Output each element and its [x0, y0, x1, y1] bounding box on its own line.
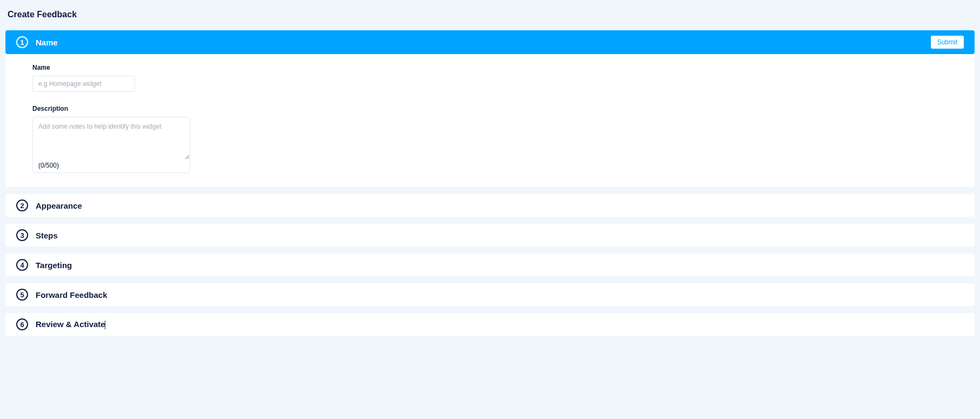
step-header-appearance[interactable]: 2 Appearance: [5, 194, 975, 217]
page-title: Create Feedback: [0, 0, 980, 30]
step-number-3: 3: [16, 229, 28, 241]
step-forward-container: 5 Forward Feedback: [5, 283, 975, 306]
description-box: (0/500): [32, 117, 190, 173]
step-title-review-text: Review & Activate: [36, 320, 105, 329]
name-field-group: Name: [32, 64, 953, 92]
name-input[interactable]: [32, 76, 135, 92]
step-header-targeting[interactable]: 4 Targeting: [5, 254, 975, 276]
step-number-4: 4: [16, 259, 28, 271]
step-title-steps: Steps: [36, 231, 58, 240]
step-header-forward[interactable]: 5 Forward Feedback: [5, 283, 975, 306]
step-number-2: 2: [16, 199, 28, 211]
step-body-name: Name Description (0/500): [5, 54, 975, 187]
step-header-steps[interactable]: 3 Steps: [5, 224, 975, 247]
step-number-6: 6: [16, 318, 28, 330]
char-counter: (0/500): [33, 159, 190, 169]
step-title-forward: Forward Feedback: [36, 290, 108, 300]
step-header-review[interactable]: 6 Review & Activate: [5, 313, 975, 336]
step-number-1: 1: [16, 36, 28, 48]
step-number-5: 5: [16, 289, 28, 301]
submit-button[interactable]: Submit: [931, 36, 964, 49]
step-header-name[interactable]: 1 Name Submit: [5, 30, 975, 54]
description-field-group: Description (0/500): [32, 105, 953, 173]
step-review-container: 6 Review & Activate: [5, 313, 975, 336]
step-steps-container: 3 Steps: [5, 224, 975, 247]
description-label: Description: [32, 105, 953, 112]
step-title-targeting: Targeting: [36, 261, 72, 270]
step-targeting-container: 4 Targeting: [5, 254, 975, 276]
text-cursor-icon: [105, 321, 105, 329]
step-name-container: 1 Name Submit Name Description (0/500): [5, 30, 975, 187]
description-textarea[interactable]: [33, 117, 190, 159]
name-label: Name: [32, 64, 953, 71]
step-title-name: Name: [36, 38, 58, 47]
step-title-appearance: Appearance: [36, 201, 82, 210]
step-appearance-container: 2 Appearance: [5, 194, 975, 217]
step-title-review: Review & Activate: [36, 320, 105, 329]
